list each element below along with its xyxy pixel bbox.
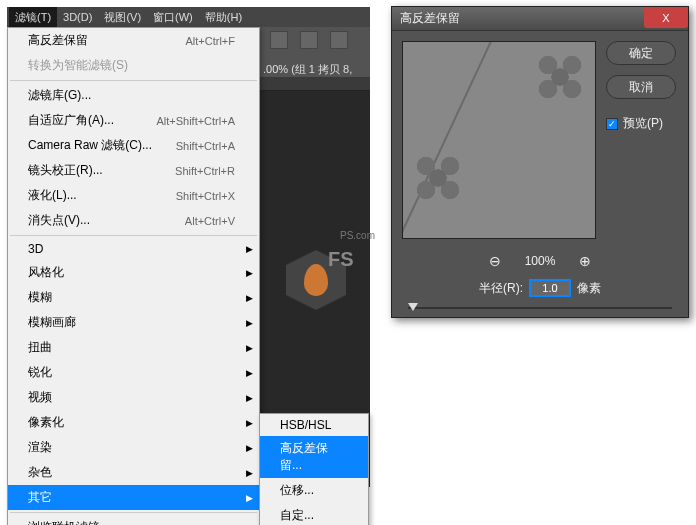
zoom-in-icon[interactable]: ⊕ [579, 253, 591, 269]
toolbar-icon[interactable] [300, 31, 318, 49]
dialog-title: 高反差保留 [400, 10, 460, 27]
radius-label: 半径(R): [479, 280, 523, 297]
zoom-percent: 100% [525, 254, 556, 268]
high-pass-dialog: 高反差保留 X 确定 取消 ✓ 预览(P) ⊖ 100% ⊕ 半径(R): 像素 [391, 6, 689, 318]
dropdown-item[interactable]: 浏览联机滤镜... [8, 515, 259, 525]
menu-window[interactable]: 窗口(W) [147, 7, 199, 28]
chevron-right-icon: ▶ [246, 343, 253, 353]
menu-3d[interactable]: 3D(D) [57, 8, 98, 26]
dropdown-item[interactable]: 液化(L)...Shift+Ctrl+X [8, 183, 259, 208]
dropdown-item[interactable]: 风格化▶ [8, 260, 259, 285]
preview-image[interactable] [402, 41, 596, 239]
preview-checkbox-row[interactable]: ✓ 预览(P) [606, 115, 676, 132]
radius-unit: 像素 [577, 280, 601, 297]
dropdown-item[interactable]: 滤镜库(G)... [8, 83, 259, 108]
dropdown-item[interactable]: 3D▶ [8, 238, 259, 260]
dropdown-item: 转换为智能滤镜(S) [8, 53, 259, 78]
chevron-right-icon: ▶ [246, 493, 253, 503]
chevron-right-icon: ▶ [246, 418, 253, 428]
ruler [260, 77, 370, 91]
chevron-right-icon: ▶ [246, 293, 253, 303]
chevron-right-icon: ▶ [246, 268, 253, 278]
background-logo [262, 230, 370, 330]
dropdown-item[interactable]: 视频▶ [8, 385, 259, 410]
dropdown-item[interactable]: 锐化▶ [8, 360, 259, 385]
submenu-item[interactable]: 位移... [260, 478, 368, 503]
chevron-right-icon: ▶ [246, 244, 253, 254]
menu-filter[interactable]: 滤镜(T) [9, 7, 57, 28]
dropdown-item[interactable]: 扭曲▶ [8, 335, 259, 360]
toolbar-icon[interactable] [330, 31, 348, 49]
chevron-right-icon: ▶ [246, 393, 253, 403]
chevron-right-icon: ▶ [246, 368, 253, 378]
logo-subtext: PS.com [340, 230, 375, 241]
dropdown-item[interactable]: 模糊画廊▶ [8, 310, 259, 335]
zoom-out-icon[interactable]: ⊖ [489, 253, 501, 269]
slider-thumb-icon[interactable] [408, 303, 418, 311]
dropdown-item[interactable]: 其它▶ [8, 485, 259, 510]
dropdown-item[interactable]: 杂色▶ [8, 460, 259, 485]
dropdown-item[interactable]: 像素化▶ [8, 410, 259, 435]
dropdown-item[interactable]: 消失点(V)...Alt+Ctrl+V [8, 208, 259, 233]
toolbar-icon[interactable] [270, 31, 288, 49]
zoom-info: .00% (组 1 拷贝 8, [263, 62, 352, 77]
chevron-right-icon: ▶ [246, 443, 253, 453]
ok-button[interactable]: 确定 [606, 41, 676, 65]
toolbar-icons [270, 31, 348, 49]
dropdown-item[interactable]: 镜头校正(R)...Shift+Ctrl+R [8, 158, 259, 183]
logo-text: FS [328, 248, 370, 271]
chevron-right-icon: ▶ [246, 468, 253, 478]
submenu-item[interactable]: 高反差保留... [260, 436, 368, 478]
close-button[interactable]: X [644, 8, 688, 28]
menu-view[interactable]: 视图(V) [98, 7, 147, 28]
dropdown-item[interactable]: 高反差保留Alt+Ctrl+F [8, 28, 259, 53]
menubar: 滤镜(T) 3D(D) 视图(V) 窗口(W) 帮助(H) [7, 7, 370, 27]
dropdown-item[interactable]: Camera Raw 滤镜(C)...Shift+Ctrl+A [8, 133, 259, 158]
preview-label: 预览(P) [623, 115, 663, 132]
check-icon: ✓ [606, 118, 618, 130]
radius-slider[interactable] [392, 301, 688, 317]
submenu-item[interactable]: 自定... [260, 503, 368, 525]
radius-input[interactable] [529, 279, 571, 297]
dialog-titlebar: 高反差保留 X [392, 7, 688, 31]
chevron-right-icon: ▶ [246, 318, 253, 328]
cancel-button[interactable]: 取消 [606, 75, 676, 99]
submenu-item[interactable]: HSB/HSL [260, 414, 368, 436]
other-submenu: HSB/HSL高反差保留...位移...自定...最大值...最小值... [259, 413, 369, 525]
dropdown-item[interactable]: 模糊▶ [8, 285, 259, 310]
menu-help[interactable]: 帮助(H) [199, 7, 248, 28]
dropdown-item[interactable]: 渲染▶ [8, 435, 259, 460]
dropdown-item[interactable]: 自适应广角(A)...Alt+Shift+Ctrl+A [8, 108, 259, 133]
filter-dropdown: 高反差保留Alt+Ctrl+F转换为智能滤镜(S)滤镜库(G)...自适应广角(… [7, 27, 260, 525]
